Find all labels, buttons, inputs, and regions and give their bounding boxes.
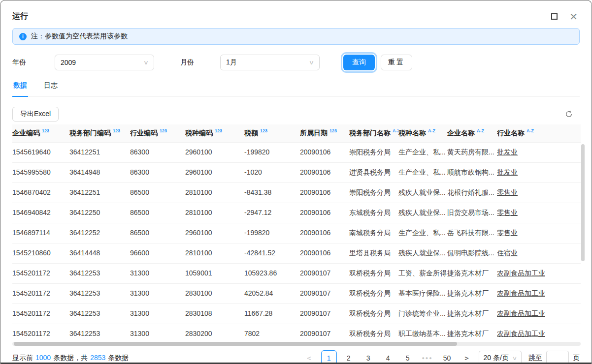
pagination: < 1 2 3 4 5 ●●● 50 > 20 条/页 ∨ 跳至 页	[301, 350, 580, 364]
run-dialog: 运行 ✕ 注：参数值为空代表禁用该参数 年份 2009 ∨ 月份 1月 ∨ 查询…	[0, 0, 592, 364]
table-cell: 农副食品加工业	[497, 304, 581, 324]
table-cell: 31300	[130, 324, 185, 344]
titlebar: 运行 ✕	[0, 0, 592, 22]
table-cell: 基本医疗保险...	[398, 284, 447, 303]
column-header[interactable]: 企业名称A-Z	[447, 124, 497, 142]
table-row[interactable]: 154689711436412252865002960100-199820200…	[12, 223, 581, 243]
page-number-50[interactable]: 50	[439, 350, 455, 364]
table-header-row: 企业编码123 税务部门编码123 行业编码123 税种编码123 税额123 …	[12, 124, 581, 143]
year-select[interactable]: 2009 ∨	[55, 55, 154, 70]
column-header[interactable]: 企业编码123	[12, 124, 69, 142]
page-number-5[interactable]: 5	[400, 350, 416, 364]
sort-numeric-icon: 123	[329, 128, 337, 133]
table-cell: 31300	[130, 304, 185, 324]
table-row[interactable]: 154694084236412250865002810100-2947.1220…	[12, 203, 581, 223]
table-cell: 岳飞科技有限...	[447, 223, 497, 243]
column-header[interactable]: 行业编码123	[130, 124, 185, 142]
table-cell: 20090106	[300, 203, 349, 223]
table-cell: 20090107	[300, 284, 349, 303]
table-row[interactable]: 1545201172364122533130028302007802200901…	[12, 324, 581, 344]
reset-button[interactable]: 重置	[381, 55, 412, 70]
table-cell: 花根行婚礼服...	[447, 183, 497, 203]
table-cell: 残疾人就业保...	[398, 183, 447, 203]
page-number-4[interactable]: 4	[380, 350, 396, 364]
column-header[interactable]: 税种编码123	[185, 124, 244, 142]
table-cell: 双桥税务分局	[349, 264, 398, 283]
next-page-icon[interactable]: >	[459, 350, 475, 364]
column-header[interactable]: 税种名称A-Z	[398, 124, 447, 142]
column-label: 税务部门名称	[349, 129, 391, 138]
table-row[interactable]: 15452011723641225331300283010042052.8420…	[12, 284, 581, 304]
table-toolbar: 导出Excel	[12, 107, 580, 121]
table-row[interactable]: 15452011723641225331300283010811667.2820…	[12, 304, 581, 324]
page-number-2[interactable]: 2	[341, 350, 357, 364]
horizontal-scrollbar-thumb[interactable]	[14, 342, 457, 346]
horizontal-scrollbar[interactable]	[12, 342, 581, 346]
table-cell: 20090106	[300, 143, 349, 162]
tabs: 数据 日志	[12, 79, 580, 97]
table-cell: 批发业	[497, 163, 581, 182]
vertical-scrollbar-thumb[interactable]	[581, 144, 585, 261]
tab-log[interactable]: 日志	[43, 79, 59, 96]
table-row[interactable]: 154561964036412251863002960100-199820200…	[12, 143, 581, 163]
tab-data[interactable]: 数据	[12, 79, 28, 96]
table-cell: 20090106	[300, 223, 349, 243]
table-cell: 36414948	[69, 163, 130, 182]
export-excel-button[interactable]: 导出Excel	[12, 107, 59, 121]
table-cell: 农副食品加工业	[497, 264, 581, 283]
query-button[interactable]: 查询	[343, 55, 375, 70]
table-cell: 1545210860	[12, 243, 69, 263]
page-number-1[interactable]: 1	[321, 350, 337, 364]
table-cell: 20090106	[300, 243, 349, 263]
column-label: 企业名称	[447, 129, 475, 138]
column-label: 税种名称	[398, 129, 426, 138]
table-cell: 批发业	[497, 143, 581, 162]
maximize-icon[interactable]	[551, 13, 558, 20]
ellipsis-jump-icon[interactable]: ●●●	[420, 350, 435, 364]
table-cell: 1546940842	[12, 203, 69, 223]
table-row[interactable]: 154687040236412251865002810100-8431.3820…	[12, 183, 581, 203]
table-cell: 农副食品加工业	[497, 284, 581, 303]
table-cell: 崇阳税务分局	[349, 143, 398, 162]
table-cell: 捷洛克木材厂	[447, 264, 497, 283]
table-cell: 36412253	[69, 264, 130, 283]
table-cell: 零售业	[497, 223, 581, 243]
column-label: 企业编码	[12, 129, 40, 138]
table-row[interactable]: 154599558036414948863002960100-102020090…	[12, 163, 581, 183]
table-cell: 96600	[130, 243, 185, 263]
table-cell: 86300	[130, 143, 185, 162]
month-label: 月份	[180, 58, 194, 67]
column-header[interactable]: 税务部门名称A-Z	[349, 124, 398, 142]
table-cell: 旧货交易市场...	[447, 203, 497, 223]
table-row[interactable]: 154520117236412253313001059001105923.862…	[12, 264, 581, 284]
table-cell: 36414448	[69, 243, 130, 263]
table-cell: 进贤县税务局	[349, 163, 398, 182]
table-cell: 1546870402	[12, 183, 69, 203]
prev-page-icon[interactable]: <	[301, 350, 317, 364]
year-select-value: 2009	[61, 59, 76, 66]
table-cell: 36412253	[69, 284, 130, 303]
column-header[interactable]: 税务部门编码123	[69, 124, 130, 142]
table-cell: 双桥税务分局	[349, 304, 398, 324]
month-select[interactable]: 1月 ∨	[220, 55, 320, 70]
refresh-icon[interactable]	[565, 110, 573, 118]
jump-page-input[interactable]	[546, 351, 569, 364]
close-icon[interactable]: ✕	[569, 12, 578, 22]
column-header[interactable]: 税额123	[244, 124, 300, 142]
table-cell: 1546897114	[12, 223, 69, 243]
tab-log-label: 日志	[44, 81, 58, 89]
column-header[interactable]: 行业名称A-Z	[497, 124, 581, 142]
column-header[interactable]: 所属日期123	[300, 124, 349, 142]
summary-middle: 条数据，共	[53, 354, 88, 362]
window-controls: ✕	[551, 12, 578, 22]
table-cell: 86500	[130, 203, 185, 223]
table-cell: 残疾人就业保...	[398, 203, 447, 223]
table-cell: 86500	[130, 183, 185, 203]
shown-count: 1000	[35, 354, 51, 362]
table-cell: -8431.38	[244, 183, 300, 203]
page-number-3[interactable]: 3	[361, 350, 376, 364]
table-cell: 36412251	[69, 183, 130, 203]
table-cell: 工资、薪金所得	[398, 264, 447, 283]
page-size-select[interactable]: 20 条/页 ∨	[479, 351, 522, 364]
table-row[interactable]: 154521086036414448966002810100-42841.522…	[12, 243, 581, 264]
